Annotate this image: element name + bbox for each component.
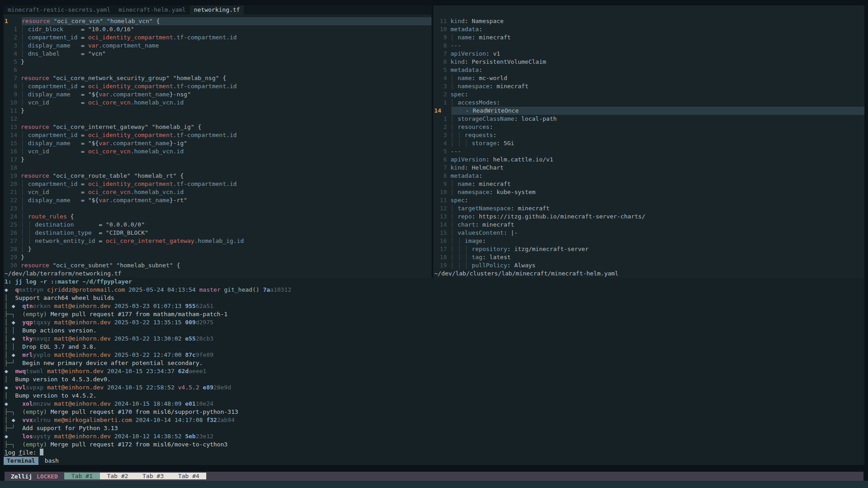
code-lines-terraform: 1resource "oci_core_vcn" "homelab_vcn" {…	[4, 14, 432, 270]
line-number: 10	[433, 25, 451, 33]
line-number: 14	[433, 221, 451, 229]
code-line: 4│ │ │ storage: 5Gi	[433, 139, 864, 147]
line-number: 11	[433, 17, 451, 25]
code-line: 7kind: HelmChart	[433, 164, 864, 172]
code-line: 14│ chart: minecraft	[433, 221, 864, 229]
log-row: ├─╯ Add support for Python 3.13	[4, 424, 864, 432]
terminal-prompt[interactable]: log file:	[4, 449, 864, 457]
code-line: 14 │ - ReadWriteOnce	[433, 107, 864, 115]
code-line: 21│ vcn_id = oci_core_vcn.homelab_vcn.id	[4, 188, 432, 196]
line-number: 3	[433, 82, 451, 90]
code-line: 26│ │ destination_type = "CIDR_BLOCK"	[4, 229, 432, 237]
line-number: 4	[433, 74, 451, 82]
line-number: 6	[433, 156, 451, 164]
terminal-mode-badge: Terminal	[4, 457, 38, 465]
code-line: 11}	[4, 107, 432, 115]
log-row: │ ◆ yqptqxsy matt@einhorn.dev 2025-03-22…	[4, 318, 864, 327]
line-number: 5	[433, 147, 451, 156]
code-line: 19resource "oci_core_route_table" "homel…	[4, 172, 432, 180]
line-number: 14	[4, 131, 21, 139]
editor-pane-yaml[interactable]: 11kind: Namespace10metadata:9│ name: min…	[433, 5, 864, 279]
code-line: 23│	[4, 204, 432, 213]
line-number: 25	[4, 221, 21, 229]
zellij-app-label: Zellij	[5, 473, 37, 480]
line-number: 8	[433, 172, 451, 180]
code-line: 11spec:	[433, 196, 864, 204]
line-number: 5	[4, 58, 21, 66]
code-line: 14│ compartment_id = oci_identity_compar…	[4, 131, 432, 139]
line-number: 9	[433, 33, 451, 42]
line-number: 20	[4, 180, 21, 188]
log-row: │ ◆ qtnorkxn matt@einhorn.dev 2025-03-23…	[4, 302, 864, 310]
editor-pane-terraform[interactable]: minecraft-restic-secrets.yamlminecraft-h…	[4, 5, 432, 279]
zellij-mode-indicator: LOCKED	[37, 473, 64, 480]
code-line: 1resource "oci_core_vcn" "homelab_vcn" {	[4, 17, 432, 25]
buffer-tab-minecraft-restic-secrets.yaml[interactable]: minecraft-restic-secrets.yaml	[4, 5, 114, 14]
line-number: 9	[433, 180, 451, 188]
code-line: 17}	[4, 156, 432, 164]
line-number: 2	[433, 90, 451, 99]
code-line: 1│ storageClassName: local-path	[433, 115, 864, 123]
code-line: 6	[4, 66, 432, 74]
code-line: 28│ }	[4, 245, 432, 253]
code-line: 10│ namespace: kube-system	[433, 188, 864, 196]
log-row: ◆ qmxttryn cjriddz@protonmail.com 2025-0…	[4, 286, 864, 294]
log-row: │ │ Drop EOL 3.7 and 3.8.	[4, 343, 864, 351]
line-number: 4	[433, 139, 451, 147]
line-number: 16	[4, 147, 21, 156]
code-line: 19│ │ │ pullPolicy: Always	[433, 261, 864, 270]
line-number: 13	[433, 213, 451, 221]
log-row: ◆ mwqtswol matt@einhorn.dev 2024-10-15 2…	[4, 367, 864, 375]
line-number: 7	[4, 74, 21, 82]
code-line: 22│ display_name = "${var.compartment_na…	[4, 196, 432, 204]
line-number: 4	[4, 50, 21, 58]
line-number: 15	[433, 229, 451, 237]
log-row: ├─╯ Begin new primary device after poten…	[4, 359, 864, 367]
code-line: 2spec:	[433, 90, 864, 99]
line-number: 2	[433, 123, 451, 131]
line-number: 1	[433, 115, 451, 123]
code-line: 18│ │ │ tag: latest	[433, 253, 864, 261]
log-row: │ ◆ vvxxlrnu me@mirkogalimberti.com 2024…	[4, 416, 864, 424]
line-number: 1	[4, 17, 22, 25]
code-line: 2│ resources:	[433, 123, 864, 131]
buffer-tabstrip: minecraft-restic-secrets.yamlminecraft-h…	[4, 5, 432, 14]
log-row: │ Support aarch64 wheel builds	[4, 294, 864, 302]
code-line: 8│ compartment_id = oci_identity_compart…	[4, 82, 432, 90]
code-line: 16│ vcn_id = oci_core_vcn.homelab_vcn.id	[4, 147, 432, 156]
line-number: 3	[4, 42, 21, 50]
line-number: 6	[433, 58, 451, 66]
code-line: 7resource "oci_core_network_security_gro…	[4, 74, 432, 82]
zellij-status-bar: Zellij LOCKED Tab #1 Tab #2 Tab #3 Tab #…	[5, 472, 863, 481]
code-line: 13│ repo: https://itzg.github.io/minecra…	[433, 213, 864, 221]
line-number: 7	[433, 50, 451, 58]
code-line: 5}	[4, 58, 432, 66]
line-number: 2	[4, 33, 21, 42]
zellij-tab-tab-1[interactable]: Tab #1	[64, 473, 100, 479]
code-line: 9│ name: minecraft	[433, 180, 864, 188]
line-number: 17	[4, 156, 21, 164]
terminal-pane[interactable]: 1: jj log -r ::master ~/d/ffpyplayer ◆ q…	[4, 278, 864, 465]
zellij-tab-tab-4[interactable]: Tab #4	[171, 473, 207, 479]
line-number: 10	[433, 188, 451, 196]
line-number: 24	[4, 213, 21, 221]
code-line: 7apiVersion: v1	[433, 50, 864, 58]
code-line: 17│ │ │ repository: itzg/minecraft-serve…	[433, 245, 864, 253]
code-line: 15│ valuesContent: |-	[433, 229, 864, 237]
log-row: │ Bump version to 4.5.3.dev0.	[4, 375, 864, 384]
zellij-tab-tab-2[interactable]: Tab #2	[100, 473, 136, 479]
code-line: 27│ │ network_entity_id = oci_core_inter…	[4, 237, 432, 245]
code-line: 8metadata:	[433, 172, 864, 180]
statusline-left: ~/dev/lab/terraform/networking.tf	[4, 270, 432, 278]
buffer-tab-minecraft-helm.yaml[interactable]: minecraft-helm.yaml	[114, 5, 190, 14]
line-number: 12	[433, 204, 451, 213]
zellij-tab-tab-3[interactable]: Tab #3	[135, 473, 171, 479]
line-number: 23	[4, 204, 21, 213]
buffer-tab-networking.tf[interactable]: networking.tf	[190, 5, 244, 14]
line-number: 8	[4, 82, 21, 90]
log-row: ├─╮ (empty) Merge pull request #170 from…	[4, 408, 864, 416]
code-line: 4│ name: mc-world	[433, 74, 864, 82]
line-number: 11	[433, 196, 451, 204]
code-line: 1│ cidr_block = "10.0.0.0/16"	[4, 25, 432, 33]
code-line: 3│ │ requests:	[433, 131, 864, 139]
